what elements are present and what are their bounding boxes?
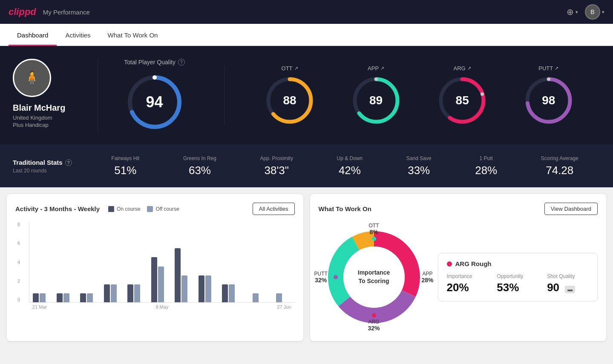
stats-items: Fairways Hit 51% Greens In Reg 63% App. … <box>89 155 600 177</box>
score-putt: PUTT ↗ 98 <box>523 65 574 126</box>
arg-value: 85 <box>456 94 469 107</box>
player-name: Blair McHarg <box>13 103 65 113</box>
stats-help-icon[interactable]: ? <box>65 159 72 166</box>
bar-on-course <box>127 284 133 302</box>
on-course-dot <box>108 206 114 212</box>
shot-quality-metric: Shot Quality 90 ▬ <box>547 273 589 294</box>
bar-on-course <box>175 248 181 302</box>
hero-section: 🧍 Blair McHarg United Kingdom Plus Handi… <box>0 46 613 145</box>
app-arrow: ↗ <box>380 66 384 71</box>
scoring-value: 74.28 <box>541 164 578 177</box>
activity-card-header: Activity - 3 Months - Weekly On course O… <box>15 203 295 215</box>
app-circle: 89 <box>351 75 402 126</box>
1putt-label: 1 Putt <box>475 155 497 161</box>
app-value: 89 <box>369 94 383 107</box>
sandsave-value: 33% <box>406 164 432 177</box>
legend-off-course: Off course <box>147 206 179 212</box>
bar-on-course <box>222 284 228 302</box>
stats-label: Traditional Stats ? Last 20 rounds <box>13 159 89 174</box>
chevron-down-icon: ▾ <box>576 9 578 15</box>
bar-off-course <box>181 275 187 302</box>
bar-off-course <box>87 293 93 302</box>
bar-group <box>57 293 79 302</box>
header-right: ⊕ ▾ B ▾ <box>567 4 604 20</box>
ott-arrow: ↗ <box>294 66 298 71</box>
svg-point-7 <box>374 77 378 81</box>
logo: clippd <box>9 6 36 17</box>
header: clippd My Performance ⊕ ▾ B ▾ <box>0 0 613 24</box>
svg-point-20 <box>334 275 338 279</box>
stat-updown: Up & Down 42% <box>337 155 363 177</box>
svg-point-2 <box>153 75 157 80</box>
1putt-value: 28% <box>475 164 497 177</box>
all-activities-button[interactable]: All Activities <box>253 203 295 215</box>
add-button[interactable]: ⊕ ▾ <box>567 7 578 17</box>
bar-on-course <box>80 293 86 302</box>
total-quality-block: Total Player Quality ? 94 <box>124 59 185 132</box>
bar-on-course <box>151 257 157 302</box>
bar-on-course <box>57 293 63 302</box>
fairways-label: Fairways Hit <box>111 155 139 161</box>
header-left: clippd My Performance <box>9 6 90 17</box>
svg-point-21 <box>372 313 376 318</box>
bar-off-course <box>253 293 259 302</box>
putt-label: PUTT ↗ <box>538 65 558 72</box>
scoring-label: Scoring Average <box>541 155 578 161</box>
off-course-dot <box>147 206 153 212</box>
bar-on-course <box>199 275 204 302</box>
arg-segment-label: ARG 32% <box>368 319 380 332</box>
opportunity-value: 53% <box>497 281 538 294</box>
bar-off-course <box>229 284 235 302</box>
sandsave-label: Sand Save <box>406 155 432 161</box>
arg-circle: 85 <box>437 75 488 126</box>
ott-circle: 88 <box>264 75 315 126</box>
detail-title: ARG Rough <box>447 260 589 267</box>
stat-scoring: Scoring Average 74.28 <box>541 155 578 177</box>
work-content: ImportanceTo Scoring OTT 8% APP 28% ARG … <box>319 222 598 332</box>
score-ott: OTT ↗ 88 <box>264 65 315 126</box>
hero-inner: 🧍 Blair McHarg United Kingdom Plus Handi… <box>13 59 600 132</box>
putt-circle: 98 <box>523 75 574 126</box>
user-menu[interactable]: B ▾ <box>585 4 604 20</box>
chart-area: 0 2 4 6 8 <box>29 222 295 303</box>
total-quality-label: Total Player Quality ? <box>124 59 185 66</box>
work-title: What To Work On <box>319 205 371 212</box>
greens-label: Greens In Reg <box>183 155 216 161</box>
bar-off-course <box>63 293 69 302</box>
player-country: United Kingdom <box>13 115 52 121</box>
help-icon[interactable]: ? <box>178 59 185 66</box>
detail-card: ARG Rough Importance 20% Opportunity 53%… <box>438 253 598 301</box>
tab-activities[interactable]: Activities <box>57 24 99 46</box>
stat-sandsave: Sand Save 33% <box>406 155 432 177</box>
stats-subtitle: Last 20 rounds <box>13 168 89 174</box>
bar-group <box>175 248 197 302</box>
player-handicap: Plus Handicap <box>13 122 49 128</box>
shot-quality-label: Shot Quality <box>547 273 589 279</box>
donut-center-text: ImportanceTo Scoring <box>358 269 390 285</box>
arg-label: ARG ↗ <box>454 65 471 72</box>
bar-group <box>80 293 102 302</box>
detail-metrics: Importance 20% Opportunity 53% Shot Qual… <box>447 273 589 294</box>
importance-label: Importance <box>447 273 489 279</box>
bar-off-course <box>158 267 164 302</box>
total-quality-circle: 94 <box>125 72 184 132</box>
putt-arrow: ↗ <box>555 66 558 71</box>
activity-title: Activity - 3 Months - Weekly <box>15 205 100 212</box>
legend: On course Off course <box>108 206 179 212</box>
tab-dashboard[interactable]: Dashboard <box>9 24 57 46</box>
view-dashboard-button[interactable]: View Dashboard <box>544 203 598 215</box>
bar-off-course <box>40 293 46 302</box>
greens-value: 63% <box>183 164 216 177</box>
stat-1putt: 1 Putt 28% <box>475 155 497 177</box>
bar-on-course <box>104 284 110 302</box>
app-label: APP ↗ <box>368 65 384 72</box>
proximity-label: App. Proximity <box>260 155 293 161</box>
updown-value: 42% <box>337 164 363 177</box>
y-labels: 0 2 4 6 8 <box>17 222 20 302</box>
ott-label: OTT ↗ <box>282 65 298 72</box>
chevron-down-icon: ▾ <box>602 9 604 15</box>
tab-what-to-work-on[interactable]: What To Work On <box>99 24 167 46</box>
bar-chart: 0 2 4 6 8 21 Mar 9 May 27 Jun <box>15 222 295 315</box>
svg-point-19 <box>372 237 376 241</box>
logo-text: clippd <box>9 6 36 17</box>
